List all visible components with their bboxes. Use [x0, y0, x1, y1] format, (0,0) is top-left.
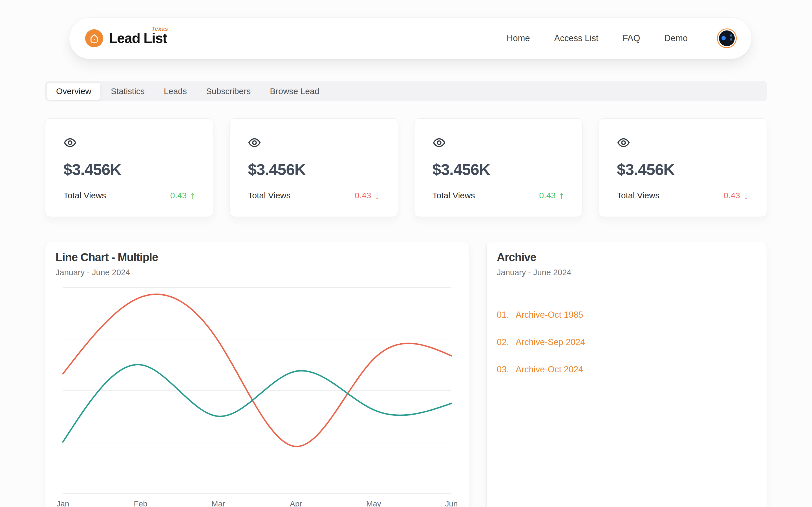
archive-title: Archive [497, 250, 756, 264]
nav-item-demo[interactable]: Demo [664, 33, 688, 43]
stat-label: Total Views [617, 191, 659, 200]
archive-list: 01. Archive-Oct 1985 02. Archive-Sep 202… [497, 311, 756, 374]
chart-subtitle: January - June 2024 [56, 268, 459, 277]
chart-area: JanFebMarAprMayJun [56, 283, 459, 507]
stat-change-value: 0.43 [539, 191, 555, 200]
stats-row: $3.456K Total Views 0.43 ↑ $3.456K Total… [45, 118, 767, 217]
svg-text:Apr: Apr [290, 499, 302, 507]
tab-leads[interactable]: Leads [155, 83, 196, 100]
stat-change-value: 0.43 [724, 191, 740, 200]
logo-circle [85, 29, 103, 47]
brand-name: Lead List Texas [109, 31, 167, 45]
eye-icon [248, 136, 379, 149]
brand-tagline: Texas [151, 25, 168, 32]
stat-value: $3.456K [433, 162, 564, 177]
svg-text:Jan: Jan [56, 499, 69, 507]
stat-change: 0.43 ↓ [724, 190, 749, 201]
archive-item-3[interactable]: 03. Archive-Oct 2024 [497, 365, 756, 374]
svg-text:Jun: Jun [445, 499, 458, 507]
stat-label: Total Views [63, 191, 106, 200]
archive-subtitle: January - June 2024 [497, 268, 756, 277]
tab-browse-lead[interactable]: Browse Lead [261, 83, 328, 100]
stat-change-value: 0.43 [170, 191, 187, 200]
line-chart-card: Line Chart - Multiple January - June 202… [45, 242, 469, 507]
stat-card-2: $3.456K Total Views 0.43 ↓ [230, 118, 398, 217]
house-icon [89, 33, 100, 44]
eye-icon [617, 136, 749, 149]
line-chart: JanFebMarAprMayJun [56, 283, 460, 507]
main-content: Line Chart - Multiple January - June 202… [45, 242, 767, 507]
stat-card-3: $3.456K Total Views 0.43 ↑ [414, 118, 582, 217]
stat-card-4: $3.456K Total Views 0.43 ↓ [599, 118, 767, 217]
trend-arrow-icon: ↓ [744, 190, 749, 201]
avatar-image [719, 31, 735, 46]
chart-title: Line Chart - Multiple [56, 250, 459, 264]
stat-value: $3.456K [248, 162, 379, 177]
nav-item-access-list[interactable]: Access List [554, 33, 599, 43]
tab-subscribers[interactable]: Subscribers [197, 83, 260, 100]
archive-item-index: 01. [497, 311, 509, 319]
trend-arrow-icon: ↑ [559, 190, 564, 201]
user-avatar[interactable] [717, 29, 737, 48]
archive-item-label: Archive-Oct 1985 [516, 311, 583, 319]
stat-label: Total Views [248, 191, 290, 200]
brand-logo[interactable]: Lead List Texas [85, 29, 167, 47]
stat-change: 0.43 ↓ [355, 190, 379, 201]
eye-icon [433, 136, 564, 149]
stat-value: $3.456K [63, 162, 195, 177]
archive-card: Archive January - June 2024 01. Archive-… [486, 242, 767, 507]
nav-item-faq[interactable]: FAQ [622, 33, 640, 43]
trend-arrow-icon: ↑ [190, 190, 195, 201]
stat-change: 0.43 ↑ [170, 190, 195, 201]
stat-card-1: $3.456K Total Views 0.43 ↑ [45, 118, 213, 217]
nav-item-home[interactable]: Home [507, 33, 530, 43]
eye-icon [63, 136, 195, 149]
archive-item-2[interactable]: 02. Archive-Sep 2024 [497, 338, 756, 346]
tab-overview[interactable]: Overview [47, 82, 101, 100]
main-nav: Home Access List FAQ Demo [507, 33, 688, 43]
archive-item-index: 03. [497, 365, 509, 374]
svg-text:May: May [366, 499, 381, 507]
stat-change-value: 0.43 [355, 191, 371, 200]
top-navbar: Lead List Texas Home Access List FAQ Dem… [69, 17, 752, 59]
svg-text:Mar: Mar [211, 499, 225, 507]
tab-statistics[interactable]: Statistics [102, 83, 154, 100]
archive-item-1[interactable]: 01. Archive-Oct 1985 [497, 311, 756, 319]
trend-arrow-icon: ↓ [375, 190, 380, 201]
archive-item-label: Archive-Sep 2024 [516, 338, 585, 346]
svg-text:Feb: Feb [134, 499, 147, 507]
archive-item-label: Archive-Oct 2024 [516, 365, 583, 374]
stat-change: 0.43 ↑ [539, 190, 564, 201]
archive-item-index: 02. [497, 338, 509, 346]
stat-label: Total Views [433, 191, 475, 200]
section-tabs: Overview Statistics Leads Subscribers Br… [45, 81, 767, 101]
stat-value: $3.456K [617, 162, 749, 177]
